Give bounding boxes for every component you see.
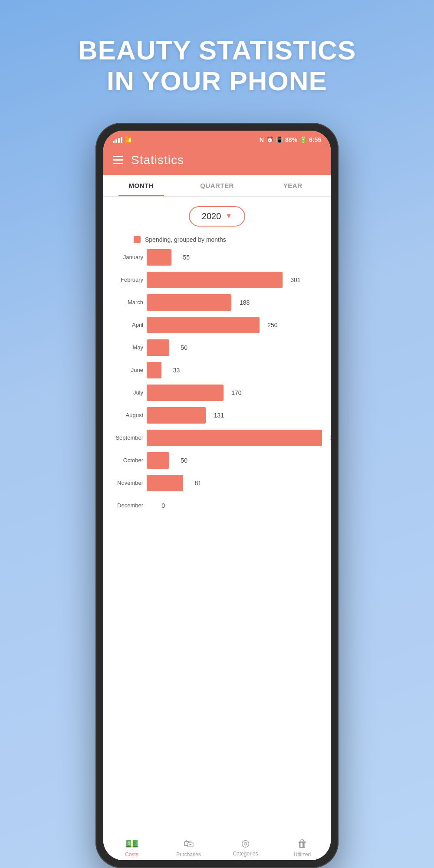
year-selector[interactable]: 2020 ▼ — [189, 206, 245, 227]
bar-track: 55 — [147, 249, 322, 266]
bar-fill: 301 — [147, 272, 283, 288]
bar-row: February301 — [108, 272, 322, 288]
bar-fill: 188 — [147, 294, 231, 311]
bar-track: 188 — [147, 294, 322, 311]
bar-month-label: April — [108, 322, 143, 328]
tab-month[interactable]: MONTH — [103, 175, 179, 196]
bar-track: 81 — [147, 475, 322, 491]
bar-month-label: March — [108, 299, 143, 306]
app-header: Statistics — [103, 147, 331, 175]
bar-month-label: October — [108, 457, 143, 464]
bar-value: 0 — [161, 502, 165, 509]
costs-icon: 💵 — [125, 838, 138, 850]
bar-track: 50 — [147, 452, 322, 469]
bar-month-label: December — [108, 502, 143, 509]
purchases-label: Purchases — [176, 852, 201, 858]
bar-month-label: January — [108, 254, 143, 260]
hero-title: BEAUTY STATISTICS IN YOUR PHONE — [78, 35, 356, 97]
bar-fill: 81 — [147, 475, 183, 491]
year-selector-area: 2020 ▼ — [103, 197, 331, 233]
clock: 6:55 — [309, 136, 321, 143]
chart-area: Spending, grouped by months January55Feb… — [103, 233, 331, 833]
bar-row: April250 — [108, 317, 322, 333]
bar-value: 81 — [195, 480, 202, 487]
bar-row: June33 — [108, 362, 322, 378]
bar-value: 50 — [181, 457, 187, 464]
bar-row: September389 — [108, 430, 322, 446]
bar-fill: 33 — [147, 362, 161, 378]
bar-month-label: August — [108, 412, 143, 418]
bar-fill: 50 — [147, 452, 169, 469]
bar-track: 33 — [147, 362, 322, 378]
bar-value: 301 — [290, 276, 300, 283]
bar-fill: 55 — [147, 249, 171, 266]
bar-row: July170 — [108, 385, 322, 401]
battery-percent: 88% — [285, 136, 297, 143]
year-value: 2020 — [202, 211, 221, 221]
nav-item-costs[interactable]: 💵 Costs — [103, 838, 160, 858]
bar-month-label: May — [108, 344, 143, 351]
tabs-bar: MONTH QUARTER YEAR — [103, 175, 331, 197]
nav-item-utilized[interactable]: 🗑 Utilized — [274, 838, 331, 858]
bar-row: November81 — [108, 475, 322, 491]
bar-fill: 170 — [147, 385, 224, 401]
phone-mockup: 📶 N ⏰ 📳 88% 🔋 6:55 Statistics — [95, 123, 339, 868]
utilized-icon: 🗑 — [297, 838, 308, 850]
tab-quarter[interactable]: QUARTER — [179, 175, 255, 196]
bar-fill: 131 — [147, 407, 206, 424]
nav-item-purchases[interactable]: 🛍 Purchases — [160, 838, 217, 858]
bar-track: 131 — [147, 407, 322, 424]
chevron-down-icon: ▼ — [225, 212, 232, 220]
bar-row: October50 — [108, 452, 322, 469]
chart-legend: Spending, grouped by months — [134, 236, 322, 243]
legend-color — [134, 236, 141, 243]
categories-icon: ◎ — [241, 838, 250, 849]
status-bar: 📶 N ⏰ 📳 88% 🔋 6:55 — [103, 131, 331, 147]
signal-icon — [113, 137, 122, 143]
bar-value: 33 — [173, 367, 180, 374]
bar-month-label: July — [108, 389, 143, 396]
bar-value: 188 — [240, 299, 250, 306]
bar-track: 170 — [147, 385, 322, 401]
hamburger-button[interactable] — [113, 156, 123, 164]
costs-label: Costs — [125, 852, 138, 858]
bar-fill: 250 — [147, 317, 260, 333]
bars-container: January55February301March188April250May5… — [108, 249, 322, 514]
bar-month-label: September — [108, 434, 143, 441]
bar-track: 50 — [147, 339, 322, 356]
battery-icon: 🔋 — [299, 136, 307, 143]
alarm-icon: ⏰ — [266, 136, 273, 143]
bar-track: 250 — [147, 317, 322, 333]
bar-row: December0 — [108, 497, 322, 514]
bar-month-label: February — [108, 276, 143, 283]
bar-track: 389 — [147, 430, 322, 446]
bar-value: 170 — [231, 389, 241, 396]
hero-title-line2: IN YOUR PHONE — [78, 66, 356, 96]
nfc-icon: N — [260, 136, 264, 143]
bar-value: 131 — [214, 412, 224, 419]
status-right: N ⏰ 📳 88% 🔋 6:55 — [260, 136, 321, 143]
bar-row: January55 — [108, 249, 322, 266]
app-title: Statistics — [131, 153, 184, 167]
bar-value: 50 — [181, 344, 187, 351]
hero-title-line1: BEAUTY STATISTICS — [78, 35, 356, 66]
phone-shell: 📶 N ⏰ 📳 88% 🔋 6:55 Statistics — [95, 123, 339, 868]
bar-value: 55 — [183, 254, 190, 261]
legend-label: Spending, grouped by months — [145, 236, 226, 243]
vibrate-icon: 📳 — [276, 136, 283, 143]
tab-year[interactable]: YEAR — [255, 175, 331, 196]
bottom-nav: 💵 Costs 🛍 Purchases ◎ Categories 🗑 Utili… — [103, 833, 331, 860]
bar-fill: 50 — [147, 339, 169, 356]
purchases-icon: 🛍 — [184, 838, 194, 850]
utilized-label: Utilized — [294, 852, 311, 858]
bar-row: March188 — [108, 294, 322, 311]
bar-month-label: November — [108, 480, 143, 486]
bar-track: 301 — [147, 272, 322, 288]
bar-value: 389 — [330, 434, 331, 441]
status-left: 📶 — [113, 136, 132, 143]
wifi-icon: 📶 — [125, 136, 132, 143]
categories-label: Categories — [233, 851, 258, 857]
phone-screen: 📶 N ⏰ 📳 88% 🔋 6:55 Statistics — [103, 131, 331, 860]
nav-item-categories[interactable]: ◎ Categories — [217, 838, 274, 858]
bar-fill: 389 — [147, 430, 322, 446]
